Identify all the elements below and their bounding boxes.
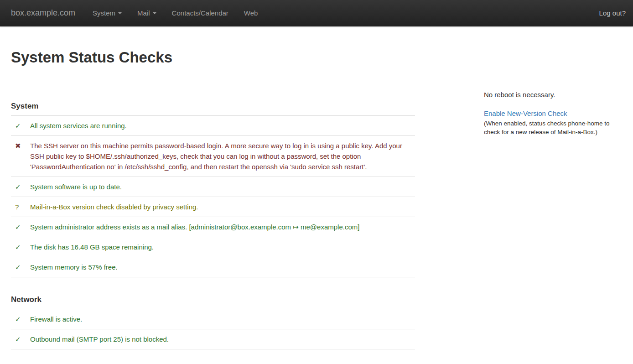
caret-down-icon <box>118 12 122 14</box>
status-text: Mail-in-a-Box version check disabled by … <box>30 203 198 211</box>
status-text: Outbound mail (SMTP port 25) is not bloc… <box>30 335 169 343</box>
status-warning-icon: ? <box>15 203 19 211</box>
navbar-brand[interactable]: box.example.com <box>11 8 75 18</box>
status-text: The disk has 16.48 GB space remaining. <box>30 243 154 251</box>
nav-item-label: Contacts/Calendar <box>172 9 228 17</box>
nav-item-system[interactable]: System <box>85 0 130 26</box>
version-check-note: (When enabled, status checks phone-home … <box>484 119 622 136</box>
status-check-row: ? Mail-in-a-Box version check disabled b… <box>11 197 415 217</box>
nav-item-label: Web <box>244 9 258 17</box>
status-check-row: ✓ System memory is 57% free. <box>11 257 415 277</box>
status-check-row: ✓ System administrator address exists as… <box>11 217 415 237</box>
reboot-status-text: No reboot is necessary. <box>484 90 622 99</box>
caret-down-icon <box>153 12 156 14</box>
status-check-row: ✓ System software is up to date. <box>11 177 415 197</box>
status-text: System software is up to date. <box>30 183 122 191</box>
status-ok-icon: ✓ <box>15 183 21 191</box>
nav-item-contacts-calendar[interactable]: Contacts/Calendar <box>164 0 236 26</box>
status-text: System administrator address exists as a… <box>30 223 359 231</box>
navbar-menu: System Mail Contacts/Calendar Web <box>85 0 265 26</box>
status-text: System memory is 57% free. <box>30 263 118 271</box>
logout-link[interactable]: Log out? <box>599 9 626 17</box>
status-ok-icon: ✓ <box>15 223 21 231</box>
section-heading: System <box>11 101 411 111</box>
status-check-row: ✓ Firewall is active. <box>11 309 415 329</box>
status-checks-panel: System ✓ All system services are running… <box>11 84 415 349</box>
status-check-row: ✓ Outbound mail (SMTP port 25) is not bl… <box>11 329 415 349</box>
status-ok-icon: ✓ <box>15 243 21 251</box>
nav-item-mail[interactable]: Mail <box>130 0 164 26</box>
main-content: System Status Checks System ✓ All system… <box>0 49 633 349</box>
status-error-icon: ✖ <box>15 142 21 150</box>
nav-item-web[interactable]: Web <box>236 0 266 26</box>
sidebar-panel: No reboot is necessary. Enable New-Versi… <box>484 84 622 136</box>
status-ok-icon: ✓ <box>15 263 21 271</box>
status-check-row: ✓ All system services are running. <box>11 116 415 136</box>
status-text: The SSH server on this machine permits p… <box>30 142 402 171</box>
status-checks-table: System ✓ All system services are running… <box>11 84 415 349</box>
status-check-row: ✖ The SSH server on this machine permits… <box>11 136 415 177</box>
nav-item-label: System <box>93 9 115 17</box>
page-title: System Status Checks <box>11 49 622 66</box>
status-ok-icon: ✓ <box>15 122 21 130</box>
section-heading-row: Network <box>11 277 415 309</box>
section-heading: Network <box>11 295 411 304</box>
status-text: All system services are running. <box>30 122 127 130</box>
status-ok-icon: ✓ <box>15 335 21 343</box>
enable-version-check-link[interactable]: Enable New-Version Check <box>484 109 567 118</box>
nav-item-label: Mail <box>137 9 150 17</box>
status-ok-icon: ✓ <box>15 315 21 323</box>
status-text: Firewall is active. <box>30 315 82 323</box>
section-heading-row: System <box>11 84 415 116</box>
top-navbar: box.example.com System Mail Contacts/Cal… <box>0 0 633 26</box>
status-check-row: ✓ The disk has 16.48 GB space remaining. <box>11 237 415 257</box>
